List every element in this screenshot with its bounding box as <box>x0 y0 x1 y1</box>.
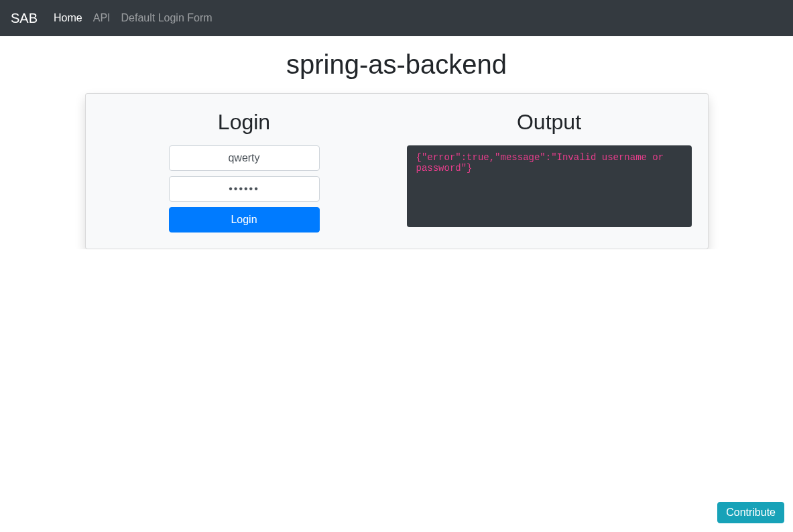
output-box: {"error":true,"message":"Invalid usernam… <box>407 145 692 227</box>
nav-link-api[interactable]: API <box>93 12 111 24</box>
nav-links: Home API Default Login Form <box>54 12 212 24</box>
output-heading: Output <box>517 110 581 135</box>
nav-link-home[interactable]: Home <box>54 12 82 24</box>
nav-link-default-login-form[interactable]: Default Login Form <box>121 12 212 24</box>
navbar-brand[interactable]: SAB <box>11 11 38 26</box>
page-title: spring-as-backend <box>0 50 793 80</box>
password-input[interactable] <box>169 176 320 202</box>
main-container: Login Login Output {"error":true,"messag… <box>75 93 719 249</box>
output-column: Output {"error":true,"message":"Invalid … <box>407 110 692 232</box>
main-card: Login Login Output {"error":true,"messag… <box>85 93 709 249</box>
login-heading: Login <box>218 110 270 135</box>
login-button[interactable]: Login <box>169 207 320 232</box>
login-column: Login Login <box>102 110 387 232</box>
username-input[interactable] <box>169 145 320 171</box>
login-form: Login <box>169 145 320 232</box>
navbar: SAB Home API Default Login Form <box>0 0 793 36</box>
